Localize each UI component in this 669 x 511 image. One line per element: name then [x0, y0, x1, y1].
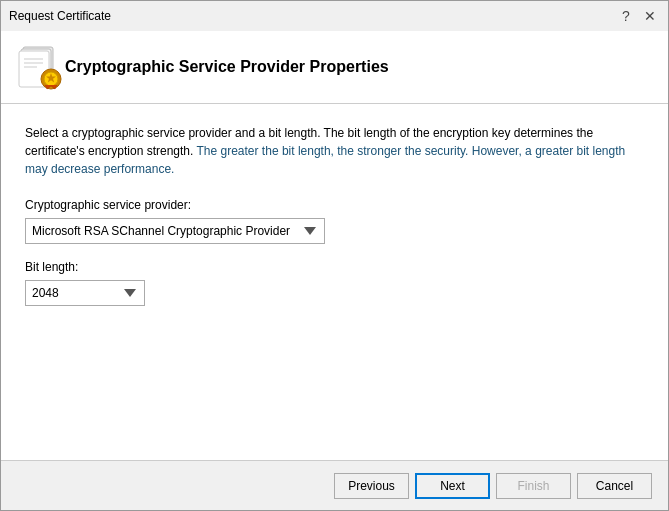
bit-length-select-wrapper: 512102420484096 — [25, 280, 145, 306]
main-content: Select a cryptographic service provider … — [1, 104, 668, 460]
header-section: Cryptographic Service Provider Propertie… — [1, 31, 668, 104]
description-text: Select a cryptographic service provider … — [25, 124, 644, 178]
page-title: Cryptographic Service Provider Propertie… — [65, 58, 389, 76]
finish-button[interactable]: Finish — [496, 473, 571, 499]
bit-length-label: Bit length: — [25, 260, 644, 274]
title-bar-controls: ? ✕ — [616, 6, 660, 26]
bit-length-select[interactable]: 512102420484096 — [25, 280, 145, 306]
title-bar: Request Certificate ? ✕ — [1, 1, 668, 31]
footer: Previous Next Finish Cancel — [1, 460, 668, 510]
window: Request Certificate ? ✕ — [0, 0, 669, 511]
cancel-button[interactable]: Cancel — [577, 473, 652, 499]
window-title: Request Certificate — [9, 9, 111, 23]
certificate-icon — [17, 43, 65, 91]
provider-select[interactable]: Microsoft RSA SChannel Cryptographic Pro… — [25, 218, 325, 244]
title-bar-left: Request Certificate — [9, 9, 111, 23]
provider-label: Cryptographic service provider: — [25, 198, 644, 212]
provider-select-wrapper: Microsoft RSA SChannel Cryptographic Pro… — [25, 218, 325, 244]
next-button[interactable]: Next — [415, 473, 490, 499]
close-button[interactable]: ✕ — [640, 6, 660, 26]
previous-button[interactable]: Previous — [334, 473, 409, 499]
help-button[interactable]: ? — [616, 6, 636, 26]
